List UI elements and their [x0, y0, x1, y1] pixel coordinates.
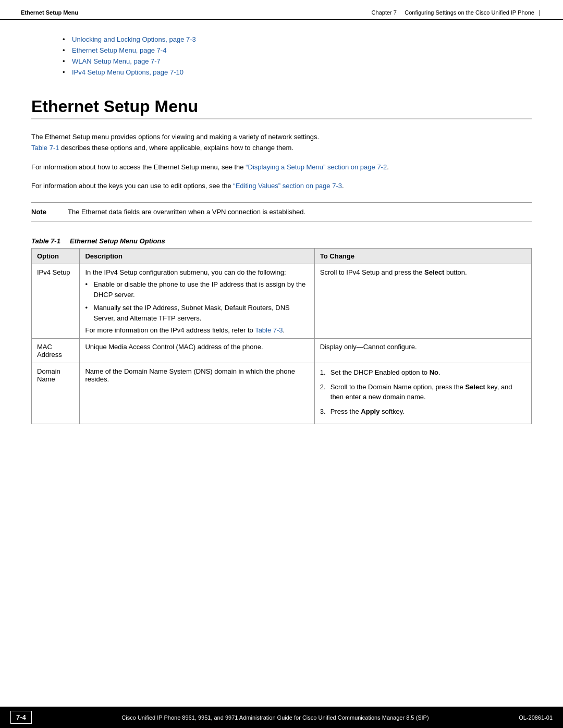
- to-change-text1: Set the DHCP Enabled option to: [331, 368, 427, 376]
- page-footer: 7-4 Cisco Unified IP Phone 8961, 9951, a…: [0, 707, 563, 728]
- cell-description: Unique Media Access Control (MAC) addres…: [80, 339, 314, 363]
- col-option: Option: [32, 249, 80, 264]
- body-para-3-after: .: [342, 182, 344, 190]
- to-change-after: button.: [446, 268, 467, 276]
- cell-option: Domain Name: [32, 363, 80, 424]
- to-change-item: 2. Scroll to the Domain Name option, pre…: [320, 382, 526, 402]
- main-content: Unlocking and Locking Options, page 7-3 …: [0, 20, 563, 461]
- link-ethernet[interactable]: Ethernet Setup Menu, page 7-4: [72, 46, 166, 54]
- footer-page-number: 7-4: [10, 711, 32, 724]
- header-chapter: Chapter 7: [372, 9, 397, 16]
- body-para-3-before: For information about the keys you can u…: [31, 182, 233, 190]
- description-after: For more information on the IPv4 address…: [85, 326, 253, 334]
- to-change-num: 2.: [320, 382, 326, 392]
- link-ipv4[interactable]: IPv4 Setup Menu Options, page 7-10: [72, 68, 183, 76]
- cell-to-change: Scroll to IPv4 Setup and press the Selec…: [314, 264, 531, 339]
- list-item: Ethernet Setup Menu, page 7-4: [63, 46, 532, 54]
- to-change-bold: Select: [424, 268, 444, 276]
- body-para-1-after: describes these options and, where appli…: [59, 144, 293, 152]
- table-header-row: Option Description To Change: [32, 249, 532, 264]
- body-para-2: For information about how to access the …: [31, 162, 532, 173]
- bullet-link-list: Unlocking and Locking Options, page 7-3 …: [31, 35, 532, 76]
- page-header: Ethernet Setup Menu Chapter 7 Configurin…: [0, 0, 563, 20]
- editing-values-link[interactable]: “Editing Values” section on page 7-3: [233, 182, 342, 190]
- header-right: Chapter 7 Configuring Settings on the Ci…: [372, 9, 542, 16]
- table-row: IPv4 Setup In the IPv4 Setup configurati…: [32, 264, 532, 339]
- bullet-item: Enable or disable the phone to use the I…: [85, 279, 309, 300]
- header-breadcrumb: Ethernet Setup Menu: [21, 9, 78, 16]
- select-bold: Select: [465, 383, 485, 391]
- col-description: Description: [80, 249, 314, 264]
- body-para-1: The Ethernet Setup menu provides options…: [31, 132, 532, 154]
- link-wlan[interactable]: WLAN Setup Menu, page 7-7: [72, 57, 161, 65]
- table-num: 7-1: [51, 237, 60, 245]
- list-item: WLAN Setup Menu, page 7-7: [63, 57, 532, 65]
- table-title: Ethernet Setup Menu Options: [70, 237, 165, 245]
- footer-doc-title: Cisco Unified IP Phone 8961, 9951, and 9…: [32, 714, 519, 721]
- description-bullet-list: Enable or disable the phone to use the I…: [85, 279, 309, 323]
- to-change-numbered-list: 1. Set the DHCP Enabled option to No. 2.…: [320, 367, 526, 416]
- note-box: Note The Ethernet data fields are overwr…: [31, 202, 532, 221]
- body-para-2-before: For information about how to access the …: [31, 163, 246, 171]
- apply-bold: Apply: [361, 408, 380, 415]
- table-3-link[interactable]: Table 7-3: [255, 326, 283, 334]
- to-change-item: 3. Press the Apply softkey.: [320, 406, 526, 417]
- body-para-2-after: .: [387, 163, 389, 171]
- header-chapter-desc: Configuring Settings on the Cisco Unifie…: [405, 9, 534, 16]
- description-intro: In the IPv4 Setup configuration submenu,…: [85, 268, 286, 276]
- body-para-3: For information about the keys you can u…: [31, 181, 532, 192]
- footer-doc-num: OL-20861-01: [519, 714, 553, 721]
- page-wrapper: Ethernet Setup Menu Chapter 7 Configurin…: [0, 0, 563, 728]
- to-change-num: 1.: [320, 367, 326, 378]
- table-row: MAC Address Unique Media Access Control …: [32, 339, 532, 363]
- ethernet-options-table: Option Description To Change IPv4 Setup …: [31, 248, 532, 424]
- cell-option: MAC Address: [32, 339, 80, 363]
- cell-description: In the IPv4 Setup configuration submenu,…: [80, 264, 314, 339]
- displaying-setup-link[interactable]: “Displaying a Setup Menu” section on pag…: [246, 163, 387, 171]
- to-change-item: 1. Set the DHCP Enabled option to No.: [320, 367, 526, 378]
- header-left: Ethernet Setup Menu: [21, 9, 78, 16]
- link-unlocking[interactable]: Unlocking and Locking Options, page 7-3: [72, 35, 196, 43]
- note-text: The Ethernet data fields are overwritten…: [68, 208, 532, 216]
- bullet-item: Manually set the IP Address, Subnet Mask…: [85, 303, 309, 323]
- cell-option: IPv4 Setup: [32, 264, 80, 339]
- cell-description: Name of the Domain Name System (DNS) dom…: [80, 363, 314, 424]
- to-change-num: 3.: [320, 406, 326, 417]
- cell-to-change: 1. Set the DHCP Enabled option to No. 2.…: [314, 363, 531, 424]
- cell-to-change: Display only—Cannot configure.: [314, 339, 531, 363]
- to-change-no-bold: No: [430, 368, 438, 376]
- table-label: Table: [31, 237, 48, 245]
- table-caption: Table 7-1 Ethernet Setup Menu Options: [31, 237, 532, 245]
- description-link-after: .: [283, 326, 285, 334]
- table-7-1-link[interactable]: Table 7-1: [31, 144, 59, 152]
- body-para-1-text: The Ethernet Setup menu provides options…: [31, 133, 319, 141]
- note-label: Note: [31, 208, 63, 216]
- table-row: Domain Name Name of the Domain Name Syst…: [32, 363, 532, 424]
- section-title: Ethernet Setup Menu: [31, 97, 532, 119]
- header-divider: [540, 10, 540, 16]
- list-item: IPv4 Setup Menu Options, page 7-10: [63, 68, 532, 76]
- list-item: Unlocking and Locking Options, page 7-3: [63, 35, 532, 43]
- to-change-text: Scroll to IPv4 Setup and press the: [320, 268, 423, 276]
- col-to-change: To Change: [314, 249, 531, 264]
